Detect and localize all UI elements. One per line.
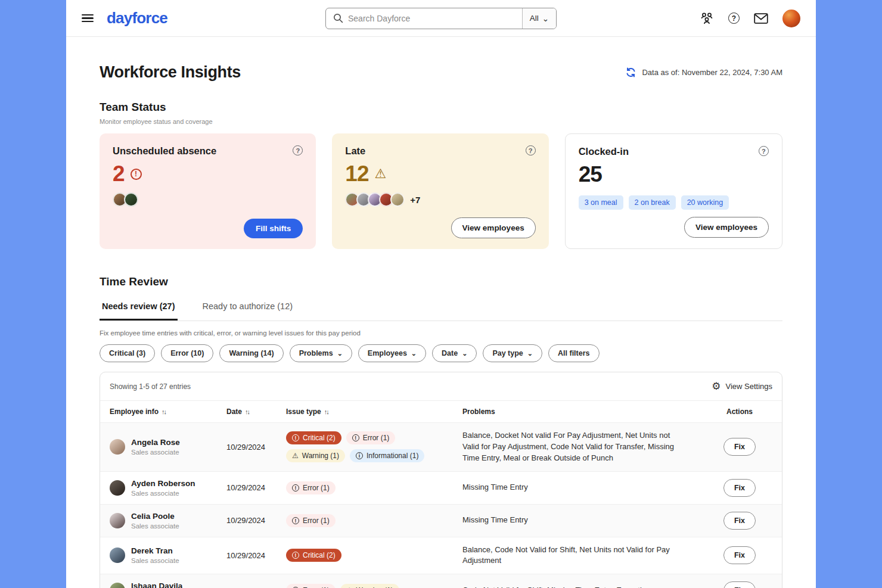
table-header-row: Employee info↑↓ Date↑↓ Issue type↑↓ Prob… xyxy=(100,400,782,423)
tab-ready-to-authorize[interactable]: Ready to authorize (12) xyxy=(200,294,296,321)
fix-button[interactable]: Fix xyxy=(723,546,756,564)
table-body: Angela Rose Sales associate 10/29/2024 !… xyxy=(100,423,782,588)
issue-badges: !Error (1) xyxy=(286,514,462,527)
employee-role: Sales associate xyxy=(131,490,195,497)
view-employees-button[interactable]: View employees xyxy=(684,217,769,238)
employee-role: Sales associate xyxy=(131,449,180,456)
issue-badge-critical: !Critical (2) xyxy=(286,431,341,444)
help-icon[interactable]: ? xyxy=(759,146,769,156)
filter-problems[interactable]: Problems⌄ xyxy=(290,344,352,362)
clocked-in-card: Clocked-in ? 25 3 on meal 2 on break 20 … xyxy=(565,133,782,249)
chevron-down-icon: ⌄ xyxy=(542,14,549,23)
issue-badge-error: !Error (1) xyxy=(286,514,336,527)
card-title: Clocked-in xyxy=(579,146,629,157)
problems-text: Balance, Docket Not valid For Pay Adjust… xyxy=(462,430,707,464)
dayforce-logo[interactable]: dayforce xyxy=(107,9,167,27)
user-avatar[interactable] xyxy=(782,10,800,27)
problems-text: Missing Time Entry xyxy=(462,482,707,493)
employee-role: Sales associate xyxy=(131,557,179,564)
column-actions: Actions xyxy=(707,407,772,416)
search-input[interactable] xyxy=(348,8,522,29)
status-badge: 20 working xyxy=(681,195,729,210)
employee-name: Derek Tran xyxy=(131,546,179,555)
view-settings-button[interactable]: ⚙ View Settings xyxy=(712,381,772,391)
search-bar: All ⌄ xyxy=(325,8,557,29)
fill-shifts-button[interactable]: Fill shifts xyxy=(244,219,303,238)
avatar xyxy=(110,513,125,528)
avatar xyxy=(110,480,125,496)
table-row: Angela Rose Sales associate 10/29/2024 !… xyxy=(100,423,782,472)
issue-badge-critical: !Critical (2) xyxy=(286,549,341,562)
sort-icon[interactable]: ↑↓ xyxy=(162,408,166,415)
refresh-icon[interactable] xyxy=(625,67,636,78)
table-row: Celia Poole Sales associate 10/29/2024 !… xyxy=(100,505,782,537)
menu-icon[interactable] xyxy=(82,14,94,23)
filter-all-filters[interactable]: All filters xyxy=(548,344,600,362)
info-icon: i xyxy=(356,452,363,459)
filter-error[interactable]: Error (10) xyxy=(161,344,213,362)
team-icon[interactable] xyxy=(700,12,714,25)
main-content: Workforce Insights Data as of: November … xyxy=(66,37,816,588)
fix-button[interactable]: Fix xyxy=(723,512,756,530)
card-title: Late xyxy=(345,145,365,157)
time-review-table: Showing 1-5 of 27 entries ⚙ View Setting… xyxy=(100,372,782,588)
time-review-section: Time Review Needs review (27) Ready to a… xyxy=(100,275,782,588)
filter-critical[interactable]: Critical (3) xyxy=(100,344,155,362)
chevron-down-icon: ⌄ xyxy=(527,351,533,356)
mail-icon[interactable] xyxy=(754,13,768,24)
team-status-title: Team Status xyxy=(100,101,782,114)
gear-icon: ⚙ xyxy=(712,381,720,391)
search-scope-dropdown[interactable]: All ⌄ xyxy=(522,8,556,29)
team-status-section: Team Status Monitor employee status and … xyxy=(100,101,782,249)
avatar xyxy=(124,192,138,207)
view-employees-button[interactable]: View employees xyxy=(451,217,536,238)
problems-text: Balance, Code Not Valid for Shift, Net U… xyxy=(462,545,707,567)
entry-date: 10/29/2024 xyxy=(226,443,286,452)
sort-icon[interactable]: ↑↓ xyxy=(324,408,328,415)
entry-date: 10/29/2024 xyxy=(226,516,286,525)
avatar xyxy=(110,547,125,563)
issue-badges: !Error (1)⚠Warning (1) xyxy=(286,584,462,588)
avatar xyxy=(110,583,125,588)
app-window: dayforce All ⌄ ? xyxy=(66,0,816,588)
problems-text: Missing Time Entry xyxy=(462,515,707,526)
employee-name: Ayden Roberson xyxy=(131,479,195,488)
filter-employees[interactable]: Employees⌄ xyxy=(358,344,426,362)
error-icon: ! xyxy=(352,434,359,441)
time-review-description: Fix employee time entries with critical,… xyxy=(100,329,782,337)
chevron-down-icon: ⌄ xyxy=(411,351,417,356)
fix-button[interactable]: Fix xyxy=(723,438,756,456)
filter-date[interactable]: Date⌄ xyxy=(432,344,477,362)
entries-count: Showing 1-5 of 27 entries xyxy=(110,382,191,391)
column-problems: Problems xyxy=(462,407,707,416)
fix-button[interactable]: Fix xyxy=(723,581,756,588)
filter-pay-type[interactable]: Pay type⌄ xyxy=(483,344,542,362)
column-date: Date↑↓ xyxy=(226,407,286,416)
chevron-down-icon: ⌄ xyxy=(462,351,467,356)
filter-bar: Critical (3) Error (10) Warning (14) Pro… xyxy=(100,344,782,362)
absence-count: 2 xyxy=(113,161,125,186)
late-card: Late ? 12 ⚠ +7 xyxy=(332,133,548,249)
alert-icon: ! xyxy=(131,169,142,180)
warning-icon: ⚠ xyxy=(292,452,299,459)
filter-warning[interactable]: Warning (14) xyxy=(219,344,283,362)
help-icon[interactable]: ? xyxy=(293,145,303,155)
unscheduled-absence-card: Unscheduled absence ? 2 ! Fill shifts xyxy=(100,133,316,249)
avatar xyxy=(390,192,405,207)
entry-date: 10/29/2024 xyxy=(226,483,286,492)
help-icon[interactable]: ? xyxy=(728,13,740,24)
issue-badge-warning: ⚠Warning (1) xyxy=(340,584,399,588)
fix-button[interactable]: Fix xyxy=(723,479,756,497)
card-title: Unscheduled absence xyxy=(113,145,216,157)
issue-badges: !Critical (2) xyxy=(286,549,462,562)
status-badge: 3 on meal xyxy=(579,195,623,210)
employee-role: Sales associate xyxy=(131,522,179,530)
tab-needs-review[interactable]: Needs review (27) xyxy=(100,294,178,321)
page-title: Workforce Insights xyxy=(100,63,241,82)
help-icon[interactable]: ? xyxy=(526,145,536,155)
data-timestamp: Data as of: November 22, 2024, 7:30 AM xyxy=(642,68,782,77)
top-navbar: dayforce All ⌄ ? xyxy=(66,0,816,37)
sort-icon[interactable]: ↑↓ xyxy=(245,408,249,415)
issue-badges: !Error (1) xyxy=(286,481,462,494)
issue-badge-error: !Error (1) xyxy=(346,431,396,444)
